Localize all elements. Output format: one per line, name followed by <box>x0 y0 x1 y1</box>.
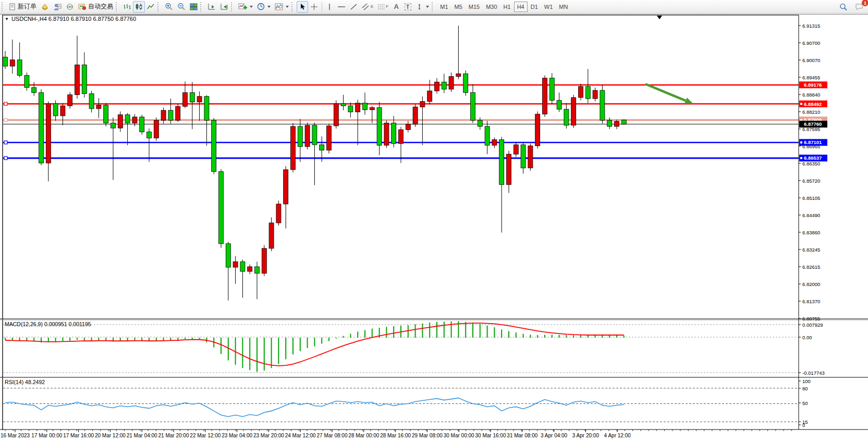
auto-scroll-icon <box>207 3 216 10</box>
trendline-icon <box>350 3 358 10</box>
dropdown-arrow-icon <box>286 6 289 8</box>
text-label-tool-icon: T <box>405 3 411 10</box>
text-tool-button[interactable]: A <box>390 1 402 13</box>
cursor-tool-button[interactable] <box>297 1 308 13</box>
timeframe-m5-button[interactable]: M5 <box>451 2 466 12</box>
text-tool-icon: A <box>394 3 399 10</box>
rsi-indicator-label: RSI(14) 48.2492 <box>5 379 45 385</box>
zoom-out-icon <box>177 3 186 10</box>
symbol-ohlc-label: USDCNH-,H4 6.87910 6.87910 6.87750 6.877… <box>11 16 136 22</box>
vertical-line-icon <box>327 3 332 10</box>
notifications-button[interactable]: 1 <box>853 1 866 13</box>
search-icon <box>839 3 848 11</box>
timeframe-h4-button[interactable]: H4 <box>514 2 528 12</box>
line-chart-icon <box>147 3 155 10</box>
cursor-icon <box>299 3 306 10</box>
toolbar-grip[interactable] <box>432 2 435 11</box>
bar-chart-icon <box>123 3 131 10</box>
toolbar-grip[interactable] <box>200 2 204 11</box>
fibonacci-tool-button[interactable]: F <box>375 1 390 13</box>
zoom-out-button[interactable] <box>175 1 188 13</box>
signal-button[interactable] <box>64 1 76 13</box>
new-order-label: 新订单 <box>18 2 36 11</box>
auto-trading-icon <box>78 3 87 10</box>
channel-sub-label: E <box>371 4 373 9</box>
templates-icon <box>275 3 283 10</box>
periods-button[interactable] <box>255 1 273 13</box>
main-toolbar: 新订单 自动交易 <box>0 0 868 14</box>
dropdown-arrow-icon <box>426 6 429 8</box>
fibonacci-icon <box>377 3 386 10</box>
tile-windows-button[interactable] <box>188 1 200 13</box>
vertical-line-tool-button[interactable] <box>324 1 335 13</box>
profile-button[interactable] <box>51 1 64 13</box>
zoom-in-icon <box>165 3 173 10</box>
chart-shift-icon <box>220 3 228 10</box>
arrows-tool-button[interactable] <box>413 1 431 13</box>
symbol-title-bar: ▼ USDCNH-,H4 6.87910 6.87910 6.87750 6.8… <box>5 16 136 22</box>
text-label-tool-button[interactable]: T <box>402 1 413 13</box>
time-axis[interactable] <box>0 430 798 441</box>
tile-windows-icon <box>190 3 198 10</box>
toolbar-grip[interactable] <box>291 2 295 11</box>
toolbar-grip[interactable] <box>2 2 5 11</box>
new-order-icon <box>9 3 16 10</box>
candlestick-chart-icon <box>135 3 143 10</box>
toolbar-separator <box>322 2 322 11</box>
svg-text:6.91315: 6.91315 <box>802 23 820 29</box>
timeframe-w1-button[interactable]: W1 <box>541 2 556 12</box>
profile-icon <box>53 3 62 10</box>
add-indicator-button[interactable] <box>236 1 255 13</box>
price-axis[interactable] <box>799 29 867 415</box>
signal-icon <box>66 3 74 10</box>
timeframe-m1-button[interactable]: M1 <box>437 2 451 12</box>
crosshair-tool-button[interactable] <box>308 1 320 13</box>
dropdown-arrow-icon <box>267 6 271 8</box>
timeframe-mn-button[interactable]: MN <box>556 2 571 12</box>
svg-text:0: 0 <box>802 422 805 428</box>
toolbar-grip[interactable] <box>116 2 119 11</box>
market-watch-button[interactable] <box>39 1 51 13</box>
timeframe-h1-button[interactable]: H1 <box>500 2 514 12</box>
zoom-in-button[interactable] <box>163 1 175 13</box>
macd-indicator-label: MACD(12,26,9) 0.000951 0.001195 <box>5 321 91 327</box>
line-chart-mode-button[interactable] <box>145 1 157 13</box>
chart-shift-button[interactable] <box>218 1 230 13</box>
equidistant-channel-tool-button[interactable]: E <box>360 1 375 13</box>
timeframe-m15-button[interactable]: M15 <box>466 2 483 12</box>
collapse-chart-icon[interactable]: ▼ <box>5 17 9 21</box>
toolbar-grip[interactable] <box>157 2 161 11</box>
horizontal-line-icon <box>337 3 346 10</box>
auto-trading-button[interactable]: 自动交易 <box>76 1 115 13</box>
bar-chart-mode-button[interactable] <box>121 1 133 13</box>
new-order-button[interactable]: 新订单 <box>7 1 39 13</box>
auto-trading-label: 自动交易 <box>88 2 113 11</box>
chart-canvas[interactable]: 6.913156.907006.900706.894556.888406.882… <box>0 15 868 441</box>
templates-button[interactable] <box>273 1 291 13</box>
clock-icon <box>257 3 265 10</box>
search-button[interactable] <box>837 1 850 13</box>
trendline-tool-button[interactable] <box>348 1 360 13</box>
chart-window: 6.913156.907006.900706.894556.888406.882… <box>0 14 868 441</box>
gold-chart-icon <box>41 3 49 10</box>
auto-scroll-button[interactable] <box>205 1 218 13</box>
crosshair-icon <box>310 3 318 10</box>
toolbar-grip[interactable] <box>231 2 235 11</box>
horizontal-line-tool-button[interactable] <box>335 1 348 13</box>
arrows-icon <box>415 3 423 10</box>
timeframe-d1-button[interactable]: D1 <box>528 2 541 12</box>
add-indicator-icon <box>238 3 247 10</box>
fibo-sub-label: F <box>386 4 388 9</box>
channel-icon <box>362 3 371 10</box>
notification-badge: 1 <box>862 0 868 6</box>
candle-chart-mode-button[interactable] <box>133 1 145 13</box>
dropdown-arrow-icon <box>250 6 253 8</box>
timeframe-m30-button[interactable]: M30 <box>483 2 500 12</box>
